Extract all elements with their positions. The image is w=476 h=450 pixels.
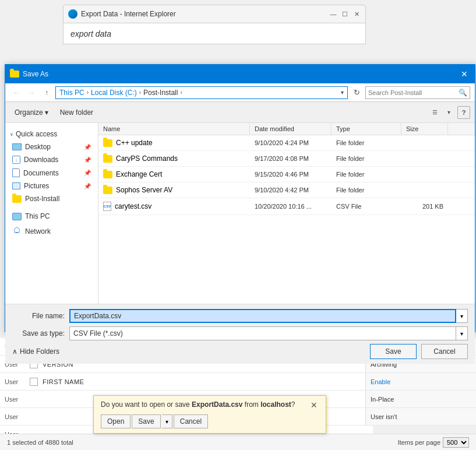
bg-user-5: User [5, 413, 25, 420]
filename-dropdown-btn[interactable]: ▾ [456, 309, 468, 323]
breadcrumb-path: This PC › Local Disk (C:) › Post-Install… [55, 86, 348, 99]
dialog-title-icon [10, 69, 19, 79]
view-list-btn[interactable]: ☰ [428, 106, 441, 119]
desktop-label: Desktop [25, 143, 51, 151]
file-size-0 [401, 140, 448, 145]
forward-btn[interactable]: → [25, 86, 38, 99]
desktop-icon [12, 143, 22, 150]
ie-maximize-btn[interactable]: ☐ [341, 10, 349, 18]
dialog-cancel-btn[interactable]: Cancel [421, 344, 468, 359]
folder-icon-2 [103, 171, 112, 178]
right-row-4: In-Place [366, 391, 476, 408]
footer: 1 selected of 4880 total Items per page … [0, 434, 476, 450]
downloads-pin-icon: 📌 [84, 157, 91, 163]
hide-folders-label: Hide Folders [20, 347, 59, 356]
breadcrumb-sep-3: › [180, 89, 182, 96]
ie-titlebar: Export Data - Internet Explorer — ☐ ✕ [63, 5, 366, 23]
nav-documents[interactable]: Documents 📌 [5, 166, 98, 180]
breadcrumb-dropdown-btn[interactable]: ▾ [341, 89, 344, 96]
quick-access-chevron: ∨ [10, 132, 13, 137]
organize-btn[interactable]: Organize ▾ [10, 105, 53, 120]
file-row-1[interactable]: CaryPS Commands 9/17/2020 4:08 PM File f… [98, 151, 475, 167]
nav-desktop[interactable]: Desktop 📌 [5, 140, 98, 153]
breadcrumb-local-disk[interactable]: Local Disk (C:) [91, 89, 137, 97]
download-bar: Do you want to open or save ExportData.c… [93, 395, 326, 434]
dialog-close-btn[interactable]: ✕ [459, 68, 470, 80]
post-install-label: Post-Install [25, 195, 59, 203]
download-buttons: Open Save ▾ Cancel [101, 414, 319, 428]
folder-icon [10, 71, 19, 78]
new-folder-btn[interactable]: New folder [55, 105, 98, 120]
file-type-2: File folder [332, 168, 401, 180]
file-type-1: File folder [332, 153, 401, 164]
col-header-date[interactable]: Date modified [250, 123, 332, 135]
breadcrumb-current: Post-Install [143, 89, 178, 97]
documents-label: Documents [23, 169, 59, 177]
ie-close-btn[interactable]: ✕ [352, 10, 361, 18]
download-save-arrow-btn[interactable]: ▾ [162, 414, 172, 428]
quick-access-section: ∨ Quick access [5, 128, 98, 140]
file-date-3: 9/10/2020 4:42 PM [250, 184, 332, 196]
file-date-0: 9/10/2020 4:24 PM [250, 137, 332, 149]
items-per-page: Items per page 500 [398, 437, 469, 448]
file-size-1 [401, 156, 448, 161]
filename-input[interactable] [69, 309, 456, 323]
search-box: 🔍 [365, 86, 470, 99]
nav-network[interactable]: Network [5, 225, 98, 238]
filetype-select[interactable]: CSV File (*.csv) [69, 326, 456, 340]
search-input[interactable] [368, 89, 457, 96]
items-per-page-select[interactable]: 500 [443, 437, 469, 448]
download-save-btn[interactable]: Save [132, 414, 160, 428]
file-size-4: 201 KB [401, 201, 448, 212]
col-header-size[interactable]: Size [401, 123, 448, 135]
download-cancel-btn[interactable]: Cancel [174, 414, 208, 428]
download-msg-middle: from [242, 400, 260, 409]
download-filename: ExportData.csv [192, 400, 242, 409]
pictures-pin-icon: 📌 [84, 183, 91, 189]
file-date-2: 9/15/2020 4:46 PM [250, 168, 332, 180]
nav-this-pc[interactable]: This PC [5, 210, 98, 223]
bg-row-3: User FIRST NAME [0, 373, 373, 391]
download-message: Do you want to open or save ExportData.c… [101, 400, 309, 409]
ie-minimize-btn[interactable]: — [329, 10, 337, 18]
download-open-btn[interactable]: Open [101, 414, 131, 428]
nav-downloads[interactable]: Downloads 📌 [5, 153, 98, 166]
breadcrumb-sep-1: › [87, 89, 89, 96]
file-list: Name Date modified Type Size C++ update … [98, 123, 475, 304]
filetype-dropdown-btn[interactable]: ▾ [456, 326, 468, 340]
download-msg-prefix: Do you want to open or save [101, 400, 192, 409]
bg-checkbox-3[interactable] [30, 378, 38, 386]
file-row-0[interactable]: C++ update 9/10/2020 4:24 PM File folder [98, 135, 475, 151]
nav-pictures[interactable]: Pictures 📌 [5, 180, 98, 192]
filename-row: File name: ▾ [12, 309, 468, 323]
hide-folders-btn[interactable]: ∧ Hide Folders [12, 347, 59, 356]
search-icon: 🔍 [459, 89, 467, 97]
filetype-label: Save as type: [12, 329, 65, 338]
file-row-3[interactable]: Sophos Server AV 9/10/2020 4:42 PM File … [98, 182, 475, 198]
file-row-2[interactable]: Exchange Cert 9/15/2020 4:46 PM File fol… [98, 167, 475, 182]
save-cancel-btns: Save Cancel [370, 344, 468, 359]
breadcrumb-bar: ← → ↑ This PC › Local Disk (C:) › Post-I… [5, 83, 475, 102]
dialog-save-btn[interactable]: Save [370, 344, 417, 359]
breadcrumb-this-pc[interactable]: This PC [59, 89, 84, 97]
col-header-name[interactable]: Name [98, 123, 250, 135]
file-name-1: CaryPS Commands [98, 152, 250, 165]
view-dropdown-btn[interactable]: ▾ [442, 106, 455, 119]
breadcrumb-sep-2: › [139, 89, 141, 96]
file-row-4[interactable]: CSV carytest.csv 10/20/2020 10:16 ... CS… [98, 198, 475, 215]
filetype-row: Save as type: CSV File (*.csv) ▾ [12, 326, 468, 340]
new-folder-label: New folder [60, 108, 93, 117]
dialog-bottom: File name: ▾ Save as type: CSV File (*.c… [5, 304, 475, 364]
refresh-btn[interactable]: ↻ [350, 86, 363, 99]
left-panel: ∨ Quick access Desktop 📌 Downloads 📌 Doc… [5, 123, 98, 304]
back-btn[interactable]: ← [10, 86, 23, 99]
toolbar: Organize ▾ New folder ☰ ▾ ? [5, 102, 475, 123]
right-row-3: Enable [366, 373, 476, 391]
download-close-btn[interactable]: ✕ [309, 400, 319, 410]
help-btn[interactable]: ? [457, 106, 470, 119]
col-header-type[interactable]: Type [332, 123, 401, 135]
up-btn[interactable]: ↑ [40, 86, 53, 99]
nav-post-install[interactable]: Post-Install [5, 192, 98, 205]
file-type-3: File folder [332, 184, 401, 196]
downloads-label: Downloads [24, 156, 58, 164]
